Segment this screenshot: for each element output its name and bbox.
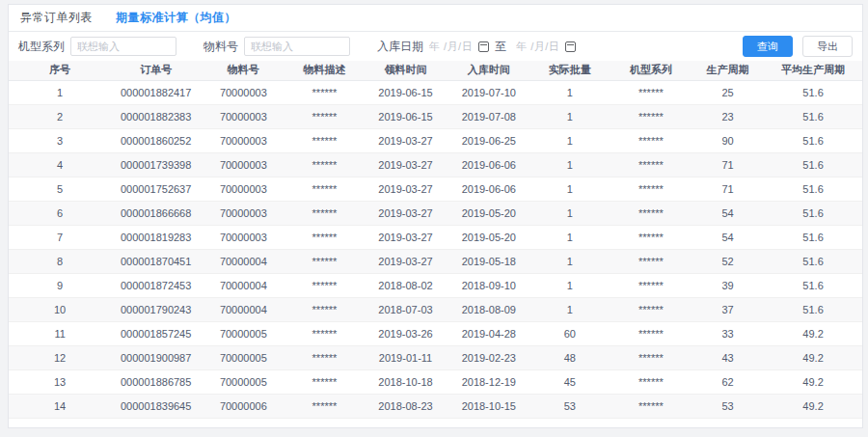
table-cell: 70000004 bbox=[201, 249, 286, 273]
search-button[interactable]: 查询 bbox=[743, 36, 793, 57]
table-cell: 7 bbox=[9, 225, 111, 249]
table-cell: 000001857245 bbox=[111, 321, 201, 345]
table-cell: 10 bbox=[9, 297, 111, 321]
table-row: 500000175263770000003******2019-03-27201… bbox=[9, 177, 862, 201]
model-series-input[interactable] bbox=[70, 37, 176, 56]
date-start-input[interactable]: 年 /月/日 bbox=[429, 40, 473, 54]
table-cell: 1 bbox=[529, 249, 610, 273]
table-cell: 49.2 bbox=[764, 394, 862, 418]
inbound-date-label: 入库日期 bbox=[377, 39, 423, 55]
calendar-icon[interactable] bbox=[478, 41, 489, 52]
table-cell: 49.2 bbox=[764, 321, 862, 345]
table-cell: ****** bbox=[610, 104, 692, 128]
table-cell: 2019-05-20 bbox=[448, 225, 529, 249]
table-cell: 000001882417 bbox=[111, 80, 201, 104]
table-cell: 8 bbox=[9, 249, 111, 273]
table-cell: ****** bbox=[286, 249, 364, 273]
table-cell: 49.2 bbox=[764, 369, 862, 394]
table-cell: 23 bbox=[692, 104, 764, 128]
table-cell: ****** bbox=[610, 273, 692, 297]
table-cell: 2019-05-20 bbox=[448, 201, 529, 225]
table-cell: 5 bbox=[9, 177, 111, 201]
table-cell: 2018-12-19 bbox=[448, 369, 529, 394]
table-cell: 2019-03-27 bbox=[363, 177, 448, 201]
table-cell: 12 bbox=[9, 345, 111, 369]
table-cell: ****** bbox=[286, 345, 364, 369]
table-cell: 51.6 bbox=[764, 225, 862, 249]
table-cell: 53 bbox=[692, 394, 764, 418]
table-cell: 39 bbox=[692, 273, 764, 297]
table-cell: 000001819283 bbox=[111, 225, 201, 249]
table-cell: 1 bbox=[529, 152, 610, 177]
calendar-icon[interactable] bbox=[565, 41, 576, 52]
table-cell: 54 bbox=[692, 225, 764, 249]
table-row: 1300000188678570000005******2018-10-1820… bbox=[9, 369, 862, 394]
table-cell: 2019-03-27 bbox=[363, 152, 448, 177]
table-row: 900000187245370000004******2018-08-02201… bbox=[9, 273, 862, 297]
table-cell: 2019-03-27 bbox=[363, 201, 448, 225]
table-cell: ****** bbox=[286, 369, 364, 394]
table-header-row: 序号订单号物料号物料描述领料时间入库时间实际批量机型系列生产周期平均生产周期 bbox=[9, 61, 862, 80]
material-no-input[interactable] bbox=[244, 37, 350, 56]
table-cell: ****** bbox=[610, 225, 692, 249]
table-cell: 2019-06-15 bbox=[363, 104, 448, 128]
table-cell: 2019-03-27 bbox=[363, 249, 448, 273]
column-header: 订单号 bbox=[111, 61, 201, 80]
date-end-input[interactable]: 年 /月/日 bbox=[516, 40, 559, 54]
tab-period-standard-calc-mean[interactable]: 期量标准计算（均值） bbox=[116, 10, 236, 26]
table-cell: 51.6 bbox=[764, 273, 862, 297]
table-cell: 000001739398 bbox=[111, 152, 201, 177]
column-header: 序号 bbox=[9, 61, 111, 80]
table-cell: 9 bbox=[9, 273, 111, 297]
table-cell: 51.6 bbox=[764, 177, 862, 201]
table-cell: 2018-09-10 bbox=[448, 273, 529, 297]
table-cell: ****** bbox=[286, 273, 364, 297]
table-row: 1400000183964570000006******2018-08-2320… bbox=[9, 394, 862, 418]
export-button[interactable]: 导出 bbox=[802, 36, 853, 57]
table-cell: 2018-08-02 bbox=[363, 273, 448, 297]
filter-bar: 机型系列 物料号 入库日期 年 /月/日 至 年 /月/日 查询 导出 bbox=[9, 32, 862, 61]
tab-abnormal-order-list[interactable]: 异常订单列表 bbox=[20, 10, 93, 26]
column-header: 生产周期 bbox=[692, 61, 764, 80]
table-cell: ****** bbox=[286, 394, 364, 418]
column-header: 领料时间 bbox=[363, 61, 448, 80]
table-cell: ****** bbox=[610, 297, 692, 321]
table-cell: 70000006 bbox=[201, 394, 286, 418]
table-row: 200000188238370000003******2019-06-15201… bbox=[9, 104, 862, 128]
table-cell: ****** bbox=[610, 249, 692, 273]
table-cell: 000001752637 bbox=[111, 177, 201, 201]
column-header: 实际批量 bbox=[529, 61, 610, 80]
table-cell: 1 bbox=[529, 128, 610, 152]
table-cell: 2019-07-10 bbox=[448, 80, 529, 104]
table-row: 100000188241770000003******2019-06-15201… bbox=[9, 80, 862, 104]
table-cell: 70000005 bbox=[201, 345, 286, 369]
material-no-label: 物料号 bbox=[203, 39, 238, 55]
table-cell: 45 bbox=[529, 369, 610, 394]
table-cell: 2019-04-28 bbox=[448, 321, 529, 345]
table-body: 100000188241770000003******2019-06-15201… bbox=[9, 80, 862, 418]
table-cell: 71 bbox=[692, 152, 764, 177]
table-cell: ****** bbox=[610, 80, 692, 104]
table-cell: ****** bbox=[610, 152, 692, 177]
table-cell: 70000005 bbox=[201, 369, 286, 394]
table-row: 1000000179024370000004******2018-07-0320… bbox=[9, 297, 862, 321]
table-row: 400000173939870000003******2019-03-27201… bbox=[9, 152, 862, 177]
table-cell: 1 bbox=[529, 201, 610, 225]
table-cell: 1 bbox=[529, 273, 610, 297]
table-cell: 70000003 bbox=[201, 152, 286, 177]
table-cell: 000001870451 bbox=[111, 249, 201, 273]
table-cell: 1 bbox=[529, 177, 610, 201]
table-cell: 2019-05-18 bbox=[448, 249, 529, 273]
table-cell: 70000003 bbox=[201, 128, 286, 152]
table-cell: 25 bbox=[692, 80, 764, 104]
table-cell: 000001790243 bbox=[111, 297, 201, 321]
table-cell: 70000004 bbox=[201, 297, 286, 321]
table-cell: 000001839645 bbox=[111, 394, 201, 418]
table-cell: ****** bbox=[286, 80, 364, 104]
table-cell: 000001900987 bbox=[111, 345, 201, 369]
table-cell: ****** bbox=[286, 225, 364, 249]
table-cell: 2019-03-27 bbox=[363, 225, 448, 249]
table-cell: ****** bbox=[286, 177, 364, 201]
table-cell: 6 bbox=[9, 201, 111, 225]
table-cell: 52 bbox=[692, 249, 764, 273]
